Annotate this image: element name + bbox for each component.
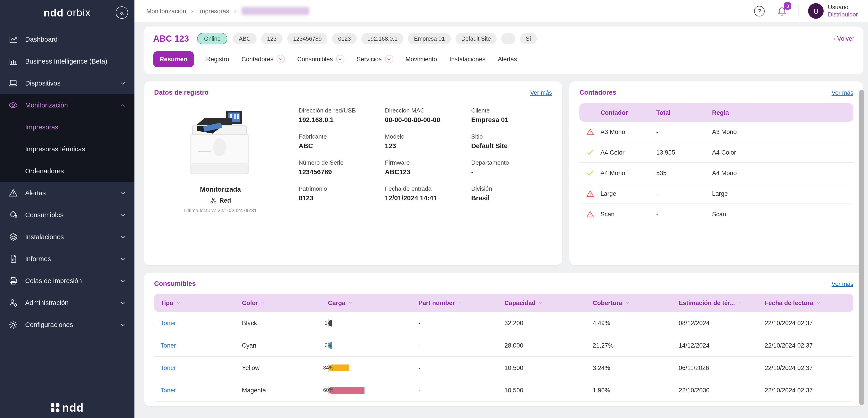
sidebar-subitem-ordenadores[interactable]: Ordenadores <box>0 160 134 182</box>
counters-table-row: Large-Large <box>580 183 854 204</box>
tab-consumibles[interactable]: Consumibles <box>297 55 344 63</box>
field-label: Patrimonio <box>299 185 379 192</box>
column-header-label: Fecha de lectura <box>765 299 813 306</box>
field-label: Número de Serie <box>299 159 379 166</box>
sidebar-item-label: Informes <box>25 255 51 263</box>
counters-see-more-link[interactable]: Ver más <box>832 89 854 96</box>
sidebar-item-instalaciones[interactable]: Instalaciones <box>0 226 134 248</box>
consumable-type-link[interactable]: Toner <box>154 364 236 371</box>
field-value: ABC123 <box>385 168 466 176</box>
sort-chevron-icon[interactable] <box>816 300 821 305</box>
consumables-column-header[interactable]: Carga <box>321 299 412 306</box>
registry-field: Fecha de entrada12/01/2024 14:41 <box>385 185 466 202</box>
field-value: 0123 <box>299 195 379 202</box>
sort-chevron-icon[interactable] <box>737 300 743 305</box>
consumable-type-link[interactable]: Toner <box>154 320 236 326</box>
consumables-column-header[interactable]: Color <box>236 299 321 306</box>
consumable-type-link[interactable]: Toner <box>154 342 236 349</box>
registry-field-column: Dirección MAC00-00-00-00-00-00Modelo123F… <box>385 107 466 211</box>
sidebar-collapse-button[interactable]: « <box>116 6 128 19</box>
tab-registro[interactable]: Registro <box>206 56 229 62</box>
registry-field: Dirección MAC00-00-00-00-00-00 <box>385 107 466 123</box>
consumables-table-row: TonerMagenta60%-10.5001,90%22/10/203022/… <box>154 379 854 401</box>
field-value: Brasil <box>471 195 552 202</box>
sidebar-item-informes[interactable]: Informes <box>0 248 134 270</box>
report-icon <box>8 254 18 264</box>
part-number-cell: - <box>412 387 498 393</box>
chevron-down-icon[interactable] <box>277 55 285 63</box>
notifications-bell-icon[interactable]: 3 <box>777 5 788 17</box>
field-label: Departamento <box>471 159 552 166</box>
sidebar-item-label: Monitorización <box>25 101 68 109</box>
notifications-count-badge: 3 <box>784 2 792 9</box>
read-date-cell: 22/10/2024 02:37 <box>758 320 854 326</box>
tab-instalaciones[interactable]: Instalaciones <box>449 56 486 62</box>
field-value: Empresa 01 <box>471 116 552 123</box>
registry-card: Datos de registro Ver más <box>144 81 562 265</box>
consumables-column-header[interactable]: Part number <box>412 299 498 306</box>
sidebar-item-alertas[interactable]: Alertas <box>0 182 134 204</box>
tab-resumen[interactable]: Resumen <box>153 51 194 67</box>
counter-name-cell: A4 Color <box>600 149 656 156</box>
topbar-actions: ? 3 U Usuario Distribuidor <box>754 3 858 19</box>
sidebar-item-dispositivos[interactable]: Dispositivos <box>0 72 134 94</box>
counter-name-cell: Large <box>600 190 656 197</box>
tab-servicios[interactable]: Servicios <box>357 55 393 63</box>
part-number-cell: - <box>412 364 498 371</box>
sidebar-item-colas-de-impresi-n[interactable]: Colas de impresión <box>0 270 134 292</box>
device-info-badge: 123456789 <box>287 33 328 44</box>
back-link[interactable]: ‹ Volver <box>833 35 854 42</box>
sidebar-item-business-intelligence-beta-[interactable]: Business Intelligence (Beta) <box>0 50 134 72</box>
tab-contadores[interactable]: Contadores <box>242 55 285 63</box>
counter-total-cell: 13.955 <box>656 149 712 156</box>
registry-field-column: ClienteEmpresa 01SitioDefault SiteDepart… <box>471 107 552 211</box>
consumables-card: Consumibles Ver más TipoColorCargaPart n… <box>144 273 863 406</box>
sort-chevron-icon[interactable] <box>624 300 630 305</box>
counters-table-row: A4 Mono535A4 Mono <box>580 163 854 183</box>
consumables-column-header[interactable]: Capacidad <box>498 299 586 306</box>
laptop-icon <box>8 78 18 88</box>
consumables-column-header[interactable]: Tipo <box>154 299 236 306</box>
device-info-badge: Sí <box>520 33 537 44</box>
warning-icon <box>8 188 18 198</box>
consumables-see-more-link[interactable]: Ver más <box>832 280 854 287</box>
consumables-column-header[interactable]: Cobertura <box>586 299 672 306</box>
breadcrumb-item[interactable]: Impresoras <box>198 7 229 14</box>
printer-image <box>177 107 264 179</box>
chevron-down-icon[interactable] <box>336 55 344 63</box>
sort-chevron-icon[interactable] <box>260 300 266 305</box>
sort-chevron-icon[interactable] <box>176 300 181 305</box>
sort-chevron-icon[interactable] <box>348 300 353 305</box>
capacity-cell: 28.000 <box>498 342 586 349</box>
tab-movimiento[interactable]: Movimiento <box>405 56 437 62</box>
logo-text-primary: ndd <box>44 7 64 19</box>
counter-name-cell: A4 Mono <box>600 170 656 176</box>
column-header-label: Color <box>242 299 258 306</box>
breadcrumb-separator: › <box>234 7 236 14</box>
help-icon[interactable]: ? <box>754 6 765 16</box>
last-reading-label: Última lectura: 22/10/2024 06:31 <box>154 208 287 213</box>
consumables-column-header[interactable]: Estimación de tér... <box>672 299 758 306</box>
breadcrumb-item-redacted <box>241 7 309 15</box>
counter-rule-cell: A4 Color <box>712 149 854 156</box>
chevron-down-icon[interactable] <box>385 55 393 63</box>
registry-body: Monitorizada Red Última lectura: 22/10/2… <box>154 107 552 213</box>
sidebar-item-monitorizaci-n[interactable]: Monitorización <box>0 94 134 116</box>
sidebar-item-administraci-n[interactable]: Administración <box>0 292 134 314</box>
tab-alertas[interactable]: Alertas <box>498 56 517 62</box>
vertical-scrollbar[interactable] <box>859 90 864 405</box>
sort-chevron-icon[interactable] <box>457 300 463 305</box>
device-badges: ABC1231234567890123192.168.0.1Empresa 01… <box>233 33 537 44</box>
avatar[interactable]: U <box>808 3 824 19</box>
sort-chevron-icon[interactable] <box>538 300 544 305</box>
sidebar-item-consumibles[interactable]: Consumibles <box>0 204 134 226</box>
sidebar-subitem-impresoras[interactable]: Impresoras <box>0 116 134 138</box>
breadcrumb-item[interactable]: Monitorización <box>146 7 186 14</box>
registry-see-more-link[interactable]: Ver más <box>530 89 552 96</box>
sidebar-subitem-impresoras-t-rmicas[interactable]: Impresoras térmicas <box>0 138 134 160</box>
sidebar-item-dashboard[interactable]: Dashboard <box>0 28 134 50</box>
sidebar-item-configuraciones[interactable]: Configuraciones <box>0 314 134 336</box>
capacity-cell: 10.500 <box>498 364 586 371</box>
consumable-type-link[interactable]: Toner <box>154 387 236 393</box>
consumables-column-header[interactable]: Fecha de lectura <box>758 299 854 306</box>
